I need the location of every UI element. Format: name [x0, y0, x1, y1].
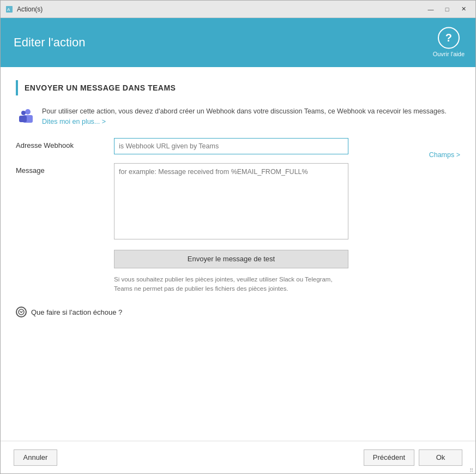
champs-link[interactable]: Champs > — [429, 151, 460, 159]
app-header: Editer l'action ? Ouvrir l'aide — [1, 18, 475, 67]
ok-button[interactable]: Ok — [419, 449, 462, 466]
svg-rect-5 — [19, 116, 27, 122]
window-controls: — □ ✕ — [423, 4, 471, 15]
webhook-field — [114, 138, 460, 154]
footer-right: Précédent Ok — [364, 449, 462, 466]
svg-point-2 — [25, 109, 31, 115]
test-button-row: Envoyer le message de test — [114, 250, 460, 268]
minimize-button[interactable]: — — [423, 4, 438, 15]
webhook-label: Adresse Webhook — [16, 138, 114, 149]
previous-button[interactable]: Précédent — [364, 449, 414, 466]
info-link[interactable]: Dites moi en plus... > — [42, 118, 106, 125]
info-description: Pour utiliser cette action, vous devez d… — [42, 107, 447, 115]
title-bar-text: Action(s) — [17, 5, 423, 13]
resize-handle[interactable]: ⠿ — [469, 467, 475, 473]
failure-section[interactable]: Que faire si l'action échoue ? — [16, 307, 460, 317]
header-title: Editer l'action — [14, 35, 85, 50]
teams-icon — [16, 106, 35, 126]
title-bar: A Action(s) — □ ✕ — [1, 1, 475, 18]
info-box: Pour utiliser cette action, vous devez d… — [16, 106, 460, 127]
footer-left: Annuler — [14, 449, 57, 466]
maximize-button[interactable]: □ — [439, 4, 455, 15]
footer: Annuler Précédent Ok — [1, 441, 475, 473]
main-window: A Action(s) — □ ✕ Editer l'action ? Ouvr… — [0, 0, 476, 474]
close-button[interactable]: ✕ — [456, 4, 471, 15]
svg-point-4 — [21, 111, 26, 115]
section-border — [16, 80, 18, 95]
content-area: ENVOYER UN MESSAGE DANS TEAMS Pour utili… — [1, 67, 475, 441]
info-text: Pour utiliser cette action, vous devez d… — [42, 106, 447, 127]
section-title: ENVOYER UN MESSAGE DANS TEAMS — [25, 83, 176, 92]
failure-text: Que faire si l'action échoue ? — [31, 308, 122, 316]
cancel-button[interactable]: Annuler — [14, 449, 57, 466]
svg-text:A: A — [7, 7, 10, 12]
webhook-row: Adresse Webhook — [16, 138, 460, 154]
test-button[interactable]: Envoyer le message de test — [114, 250, 348, 268]
message-label: Message — [16, 163, 114, 175]
message-field-container: Champs > — [114, 163, 460, 241]
help-label: Ouvrir l'aide — [433, 51, 465, 58]
app-icon: A — [5, 5, 14, 14]
note-text: Si vous souhaitez publier les pièces joi… — [114, 275, 348, 294]
section-header: ENVOYER UN MESSAGE DANS TEAMS — [16, 80, 460, 95]
failure-expand-icon — [16, 307, 27, 317]
message-textarea[interactable] — [114, 163, 348, 239]
help-icon: ? — [438, 27, 460, 49]
webhook-input[interactable] — [114, 138, 348, 154]
help-button[interactable]: ? Ouvrir l'aide — [433, 27, 465, 58]
message-row: Message Champs > — [16, 163, 460, 241]
